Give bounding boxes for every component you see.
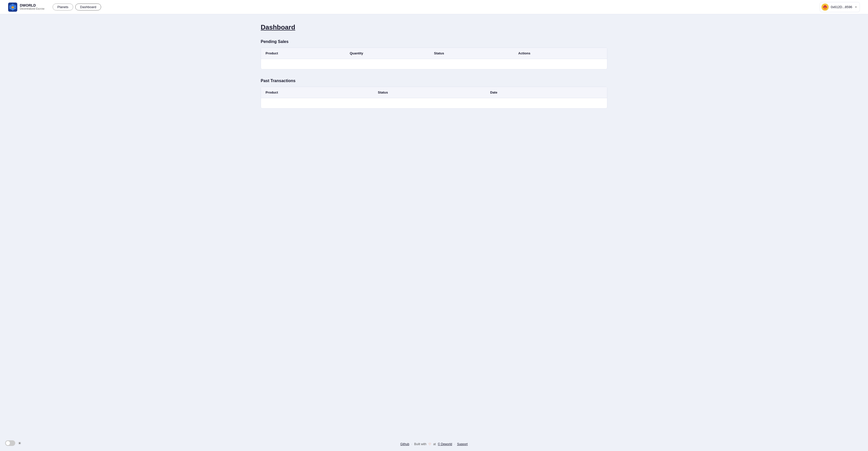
past-transactions-table: Product Status Date [261, 87, 607, 109]
pending-sales-body [261, 59, 607, 69]
pending-sales-title: Pending Sales [261, 39, 607, 44]
past-transactions-section: Past Transactions Product Status Date [261, 79, 607, 109]
pending-col-actions: Actions [518, 51, 603, 55]
github-link[interactable]: Github [400, 442, 409, 446]
bottom-controls: ☀ [5, 440, 21, 446]
avatar-icon [822, 4, 829, 11]
header-left: DWORLD Decentralized Escrow Planets Dash… [8, 3, 101, 12]
logo-area: DWORLD Decentralized Escrow [8, 3, 44, 12]
planets-nav-button[interactable]: Planets [53, 4, 73, 10]
logo-text: DWORLD Decentralized Escrow [20, 4, 44, 10]
support-link[interactable]: Support [457, 442, 468, 446]
pending-sales-section: Pending Sales Product Quantity Status Ac… [261, 39, 607, 69]
app-subtitle: Decentralized Escrow [20, 7, 44, 10]
heart-icon: ♡ [428, 442, 431, 446]
past-transactions-header: Product Status Date [261, 87, 607, 98]
wallet-address: 0x612D...8596 [831, 5, 852, 9]
page-title: Dashboard [261, 23, 607, 31]
pending-sales-header: Product Quantity Status Actions [261, 48, 607, 59]
wallet-button[interactable]: 0x612D...8596 ▾ [820, 2, 860, 12]
deworld-link[interactable]: © Deworld [438, 442, 452, 446]
footer: Github · Built with ♡ at © Deworld · Sup… [0, 437, 868, 451]
past-col-date: Date [490, 91, 602, 94]
header-right: 0x612D...8596 ▾ [820, 2, 860, 12]
pending-col-quantity: Quantity [350, 51, 434, 55]
svg-point-15 [824, 6, 825, 7]
past-transactions-body [261, 98, 607, 108]
footer-dot-2: · [454, 442, 455, 446]
chevron-down-icon: ▾ [855, 6, 857, 8]
past-transactions-title: Past Transactions [261, 79, 607, 83]
pending-col-status: Status [434, 51, 518, 55]
header: DWORLD Decentralized Escrow Planets Dash… [0, 0, 868, 14]
nav-buttons: Planets Dashboard [53, 4, 101, 10]
dworld-logo-icon [8, 3, 17, 12]
pending-col-product: Product [266, 51, 350, 55]
app-title: DWORLD [20, 4, 44, 7]
pending-sales-table: Product Quantity Status Actions [261, 48, 607, 69]
theme-toggle-button[interactable] [5, 440, 15, 446]
footer-dot-1: · [411, 442, 412, 446]
svg-point-16 [826, 6, 827, 7]
built-with-text: Built with [414, 442, 426, 446]
wallet-avatar [822, 4, 829, 11]
footer-at: at [433, 442, 436, 446]
dashboard-nav-button[interactable]: Dashboard [75, 4, 101, 10]
past-col-status: Status [378, 91, 490, 94]
sun-icon: ☀ [18, 441, 21, 446]
main-content: Dashboard Pending Sales Product Quantity… [249, 14, 619, 437]
past-col-product: Product [266, 91, 378, 94]
